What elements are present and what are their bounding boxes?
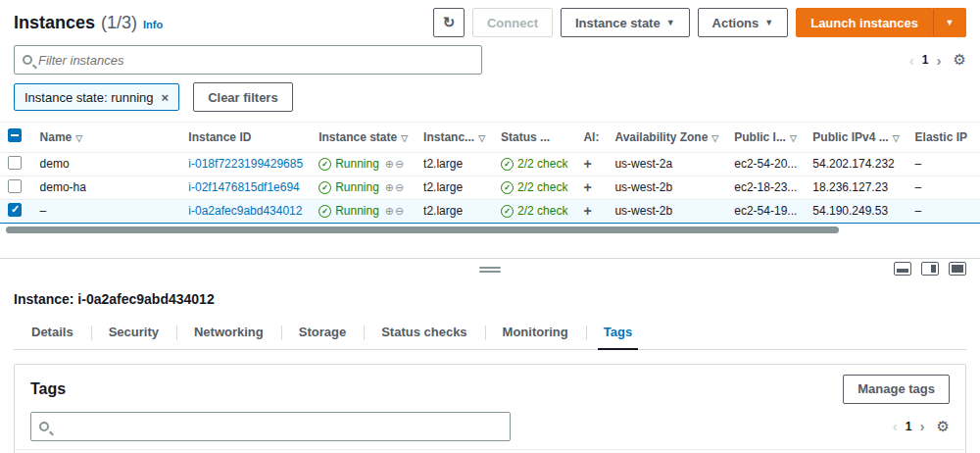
running-status-icon: ✓ bbox=[318, 158, 331, 171]
tags-table: Key Value aws:ec2launchtemplate:version … bbox=[15, 449, 965, 453]
search-icon bbox=[23, 55, 32, 65]
cell-instance-type: t2.large bbox=[416, 152, 493, 176]
page-number[interactable]: 1 bbox=[906, 420, 912, 433]
next-page-button[interactable]: › bbox=[920, 418, 925, 434]
tab-tags[interactable]: Tags bbox=[586, 317, 650, 349]
cell-az: us-west-2a bbox=[607, 152, 726, 176]
column-header-instance-id[interactable]: Instance ID bbox=[180, 123, 311, 152]
previous-page-button[interactable]: ‹ bbox=[893, 418, 898, 434]
sort-icon: ▽ bbox=[711, 133, 718, 143]
column-header-availability-zone[interactable]: Availability Zone▽ bbox=[607, 123, 726, 152]
table-row[interactable]: demo-ha i-02f1476815df1e694 ✓Running⊕⊖ t… bbox=[0, 176, 980, 199]
column-header-status-checks[interactable]: Status ... bbox=[493, 123, 575, 152]
column-header-instance-state[interactable]: Instance state▽ bbox=[311, 123, 416, 152]
add-alarm-button[interactable]: + bbox=[583, 156, 591, 172]
instance-id-link[interactable]: i-02f1476815df1e694 bbox=[188, 180, 299, 194]
previous-page-button[interactable]: ‹ bbox=[909, 52, 914, 69]
running-status-icon: ✓ bbox=[318, 181, 331, 194]
instance-detail-panel: Instance: i-0a2afec9abd434012 Details Se… bbox=[0, 277, 980, 453]
row-checkbox[interactable] bbox=[8, 179, 22, 193]
cell-elastic-ip: – bbox=[907, 199, 980, 223]
tags-panel-title: Tags bbox=[30, 380, 66, 398]
gear-icon[interactable]: ⚙ bbox=[954, 51, 966, 69]
filter-token: Instance state: running × bbox=[14, 83, 179, 111]
gear-icon[interactable]: ⚙ bbox=[937, 418, 950, 435]
sort-icon: ▽ bbox=[790, 133, 797, 143]
launch-instances-button[interactable]: Launch instances bbox=[796, 8, 933, 37]
refresh-button[interactable]: ↻ bbox=[433, 8, 465, 37]
split-panel-divider bbox=[0, 258, 980, 277]
tab-monitoring[interactable]: Monitoring bbox=[485, 317, 586, 349]
tab-details[interactable]: Details bbox=[14, 317, 91, 349]
cell-instance-type: t2.large bbox=[416, 199, 493, 223]
row-checkbox[interactable] bbox=[8, 203, 22, 217]
cell-public-ipv4: 54.190.249.53 bbox=[805, 199, 906, 223]
tags-column-key: Key bbox=[15, 449, 547, 453]
add-alarm-button[interactable]: + bbox=[583, 179, 591, 195]
filter-instances-input[interactable] bbox=[38, 53, 473, 68]
connect-button[interactable]: Connect bbox=[472, 8, 553, 37]
status-check-icon: ✓ bbox=[501, 205, 514, 218]
filter-in-out-icons[interactable]: ⊕⊖ bbox=[385, 205, 405, 218]
tags-column-value: Value bbox=[547, 449, 965, 453]
select-all-checkbox[interactable] bbox=[8, 128, 22, 142]
detail-tabs: Details Security Networking Storage Stat… bbox=[14, 317, 966, 350]
actions-menu-button[interactable]: Actions▼ bbox=[698, 8, 789, 37]
top-pagination: ‹ 1 › ⚙ bbox=[909, 51, 966, 69]
table-row[interactable]: demo i-018f7223199429685 ✓Running⊕⊖ t2.l… bbox=[0, 152, 980, 176]
status-check-icon: ✓ bbox=[501, 158, 514, 171]
manage-tags-button[interactable]: Manage tags bbox=[843, 375, 950, 404]
next-page-button[interactable]: › bbox=[937, 52, 942, 69]
instance-state-menu-button[interactable]: Instance state▼ bbox=[561, 8, 690, 37]
side-panel-layout-icon[interactable] bbox=[921, 262, 939, 276]
column-header-name[interactable]: Name▽ bbox=[32, 123, 181, 152]
close-icon[interactable]: × bbox=[162, 90, 170, 105]
cell-az: us-west-2b bbox=[607, 199, 726, 223]
tags-search-input[interactable] bbox=[55, 419, 502, 433]
running-status-icon: ✓ bbox=[318, 205, 331, 218]
spacer bbox=[0, 236, 980, 258]
info-link[interactable]: Info bbox=[143, 19, 163, 30]
instances-table: Name▽ Instance ID Instance state▽ Instan… bbox=[0, 122, 980, 236]
tab-storage[interactable]: Storage bbox=[281, 317, 364, 349]
sort-icon: ▽ bbox=[893, 133, 900, 143]
add-alarm-button[interactable]: + bbox=[583, 203, 591, 219]
row-checkbox[interactable] bbox=[8, 156, 22, 170]
cell-elastic-ip: – bbox=[907, 152, 980, 176]
bottom-panel-layout-icon[interactable] bbox=[894, 262, 911, 276]
refresh-icon: ↻ bbox=[443, 14, 456, 31]
cell-public-ipv4: 18.236.127.23 bbox=[805, 176, 906, 199]
column-header-public-ipv4[interactable]: Public IPv4 ...▽ bbox=[805, 123, 906, 152]
tab-security[interactable]: Security bbox=[91, 317, 176, 349]
filter-in-out-icons[interactable]: ⊕⊖ bbox=[385, 181, 405, 194]
chevron-down-icon: ▼ bbox=[666, 19, 675, 27]
cell-public-dns: ec2-18-23... bbox=[726, 176, 805, 199]
page-title: Instances bbox=[14, 13, 95, 33]
launch-instances-dropdown-button[interactable]: ▼ bbox=[933, 8, 966, 37]
table-row-selected[interactable]: – i-0a2afec9abd434012 ✓Running⊕⊖ t2.larg… bbox=[0, 199, 980, 223]
column-header-elastic-ip[interactable]: Elastic IP bbox=[907, 123, 980, 152]
search-icon bbox=[39, 422, 49, 431]
instance-count: (1/3) bbox=[101, 13, 137, 33]
page-number[interactable]: 1 bbox=[922, 53, 929, 67]
instance-id-link[interactable]: i-018f7223199429685 bbox=[188, 157, 303, 171]
cell-public-dns: ec2-54-19... bbox=[726, 199, 805, 223]
cell-name: demo bbox=[32, 152, 181, 176]
status-check-icon: ✓ bbox=[501, 181, 514, 194]
filter-in-out-icons[interactable]: ⊕⊖ bbox=[385, 158, 405, 171]
chevron-down-icon: ▼ bbox=[764, 19, 773, 27]
sort-icon: ▽ bbox=[75, 133, 82, 143]
column-header-alarm[interactable]: Al: bbox=[575, 123, 607, 152]
split-panel-drag-handle[interactable] bbox=[479, 265, 501, 275]
tab-networking[interactable]: Networking bbox=[176, 317, 281, 349]
clear-filters-button[interactable]: Clear filters bbox=[193, 82, 293, 112]
instance-id-link[interactable]: i-0a2afec9abd434012 bbox=[188, 204, 302, 218]
filter-instances-input-wrap bbox=[14, 45, 482, 75]
column-header-public-dns[interactable]: Public I...▽ bbox=[726, 123, 805, 152]
tab-status-checks[interactable]: Status checks bbox=[364, 317, 484, 349]
full-panel-layout-icon[interactable] bbox=[949, 262, 966, 276]
column-header-instance-type[interactable]: Instanc...▽ bbox=[416, 123, 493, 152]
chevron-down-icon: ▼ bbox=[946, 19, 955, 27]
cell-name: demo-ha bbox=[32, 176, 181, 199]
horizontal-scrollbar[interactable] bbox=[6, 226, 839, 233]
